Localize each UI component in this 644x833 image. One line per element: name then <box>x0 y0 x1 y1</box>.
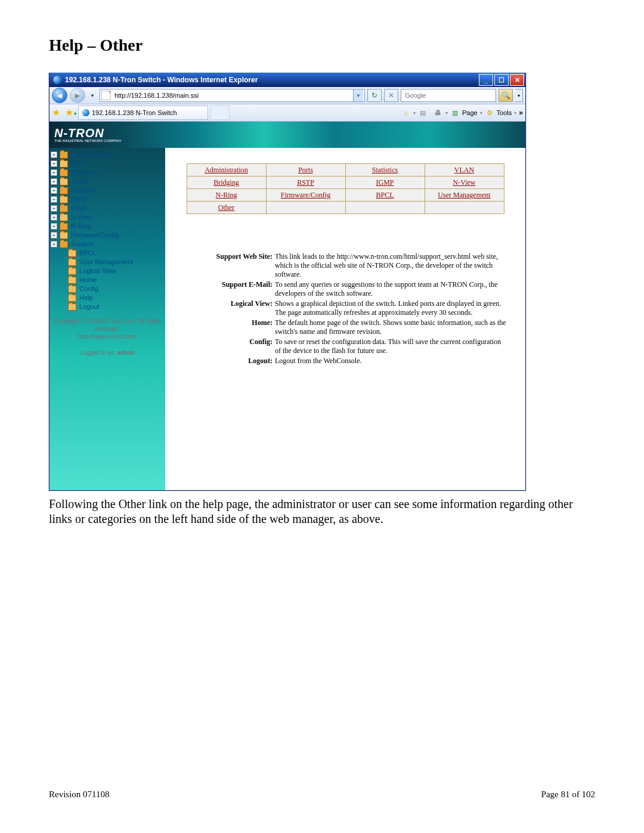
search-box[interactable] <box>401 89 496 102</box>
add-favorite-icon[interactable]: ★ <box>65 107 76 118</box>
help-nav-link[interactable]: N-View <box>453 178 476 187</box>
favorites-icon[interactable]: ★ <box>52 107 63 118</box>
expand-icon[interactable]: + <box>51 232 57 239</box>
tree-label[interactable]: User Management <box>79 258 134 267</box>
help-nav-link[interactable]: Other <box>218 203 234 212</box>
tree-label[interactable]: Administration <box>71 150 113 159</box>
browser-tab[interactable]: 192.168.1.238 N-Tron Switch <box>78 106 208 120</box>
tree-node[interactable]: +N-View <box>51 213 164 222</box>
address-dropdown[interactable]: ▼ <box>353 89 363 101</box>
maximize-button[interactable]: ☐ <box>494 74 509 86</box>
help-nav-link[interactable]: RSTP <box>297 178 314 187</box>
tools-menu-label[interactable]: Tools <box>497 109 512 116</box>
tree-label[interactable]: Logical View <box>79 267 116 275</box>
help-nav-link[interactable]: IGMP <box>376 178 394 187</box>
tree-leaf[interactable]: Home <box>59 275 164 284</box>
tree-label[interactable]: Home <box>79 275 97 284</box>
tree-node[interactable]: +Bridging <box>51 186 164 195</box>
close-button[interactable]: ✕ <box>510 74 524 86</box>
url-input[interactable] <box>113 90 353 101</box>
chevron-icon[interactable]: » <box>519 109 523 117</box>
tree-node[interactable]: +IGMP <box>51 204 164 213</box>
expand-icon[interactable]: + <box>51 223 57 230</box>
help-nav-cell[interactable]: Statistics <box>345 164 425 176</box>
help-nav-cell[interactable]: VLAN <box>425 164 504 176</box>
tree-label[interactable]: RSTP <box>71 195 88 204</box>
tree-leaf[interactable]: Logout <box>59 302 164 311</box>
help-nav-link[interactable]: N-Ring <box>216 191 237 199</box>
expand-icon[interactable]: + <box>51 187 57 194</box>
tree-label[interactable]: BPCL <box>79 249 97 258</box>
help-nav-cell[interactable]: Ports <box>266 164 345 176</box>
minimize-button[interactable]: _ <box>479 74 493 86</box>
refresh-button[interactable]: ↻ <box>367 89 382 102</box>
back-button[interactable]: ◄ <box>52 88 67 103</box>
history-dropdown[interactable]: ▼ <box>88 93 97 98</box>
tree-label[interactable]: VLAN <box>71 177 88 186</box>
help-nav-link[interactable]: Statistics <box>372 166 398 174</box>
search-input[interactable] <box>404 91 493 100</box>
page-menu-label[interactable]: Page <box>462 109 478 116</box>
expand-icon[interactable]: + <box>51 241 57 247</box>
tree-label[interactable]: N-View <box>71 213 92 222</box>
tree-node[interactable]: +RSTP <box>51 195 164 204</box>
help-nav-cell[interactable]: Administration <box>187 164 266 176</box>
tree-label[interactable]: Firmware/Config <box>71 231 119 240</box>
help-nav-cell[interactable]: Bridging <box>187 176 266 189</box>
help-nav-link[interactable]: User Management <box>438 191 490 199</box>
help-nav-cell[interactable]: User Management <box>425 189 504 202</box>
tree-node[interactable]: +Statistics <box>51 168 164 177</box>
search-button[interactable]: 🔍 <box>499 89 513 102</box>
tree-label[interactable]: N-Ring <box>71 222 91 231</box>
tree-node[interactable]: +N-Ring <box>51 222 164 231</box>
page-menu-icon[interactable]: ▥ <box>450 108 460 117</box>
tree-label[interactable]: IGMP <box>71 204 88 213</box>
tree-leaf[interactable]: BPCL <box>59 249 164 258</box>
tree-node[interactable]: +VLAN <box>51 177 164 186</box>
stop-button[interactable]: ✕ <box>384 89 398 102</box>
tree-label[interactable]: Support <box>71 240 94 249</box>
tree-label[interactable]: Statistics <box>71 168 97 177</box>
expand-icon[interactable]: + <box>51 151 57 158</box>
expand-icon[interactable]: + <box>51 169 57 176</box>
tools-icon[interactable]: ⚙ <box>485 108 494 117</box>
help-nav-link[interactable]: Bridging <box>213 178 239 187</box>
help-nav-cell[interactable]: BPCL <box>345 189 425 202</box>
tree-node[interactable]: +Ports <box>51 159 164 168</box>
feeds-icon[interactable]: ▤ <box>418 108 428 117</box>
address-bar[interactable]: ▼ <box>100 89 365 102</box>
help-nav-cell[interactable]: Firmware/Config <box>266 189 345 202</box>
tree-node[interactable]: +Firmware/Config <box>51 231 164 240</box>
tree-leaf[interactable]: Help <box>59 293 164 302</box>
tree-label[interactable]: Help <box>79 293 93 302</box>
tree-leaf[interactable]: Config <box>59 284 164 293</box>
help-nav-cell[interactable]: N-View <box>425 176 504 189</box>
help-nav-cell[interactable]: IGMP <box>345 176 425 189</box>
tree-label[interactable]: Ports <box>71 159 86 168</box>
expand-icon[interactable]: + <box>51 205 57 212</box>
new-tab-button[interactable] <box>210 106 230 120</box>
help-nav-link[interactable]: Ports <box>298 166 313 174</box>
help-nav-cell[interactable]: N-Ring <box>187 189 266 202</box>
expand-icon[interactable]: + <box>51 178 57 185</box>
tree-label[interactable]: Bridging <box>71 186 95 195</box>
expand-icon[interactable]: + <box>51 160 57 167</box>
help-nav-link[interactable]: Administration <box>205 166 248 174</box>
tree-leaf[interactable]: Logical View <box>59 267 164 275</box>
help-nav-link[interactable]: BPCL <box>376 191 394 199</box>
help-nav-link[interactable]: VLAN <box>454 166 474 174</box>
help-nav-cell[interactable]: RSTP <box>266 176 345 189</box>
help-nav-link[interactable]: Firmware/Config <box>281 191 330 199</box>
print-icon[interactable]: 🖶 <box>434 108 443 117</box>
home-icon[interactable]: ⌂ <box>401 108 411 117</box>
help-nav-cell[interactable]: Other <box>187 202 266 214</box>
expand-icon[interactable]: + <box>51 214 57 221</box>
expand-icon[interactable]: + <box>51 196 57 203</box>
search-dropdown[interactable]: ▾ <box>515 89 523 102</box>
tree-label[interactable]: Config <box>79 284 98 293</box>
tree-label[interactable]: Logout <box>79 302 100 311</box>
tree-node[interactable]: +Support <box>51 240 164 249</box>
forward-button[interactable]: ► <box>70 88 85 103</box>
tree-node[interactable]: +Administration <box>51 150 164 159</box>
tree-leaf[interactable]: User Management <box>59 258 164 267</box>
